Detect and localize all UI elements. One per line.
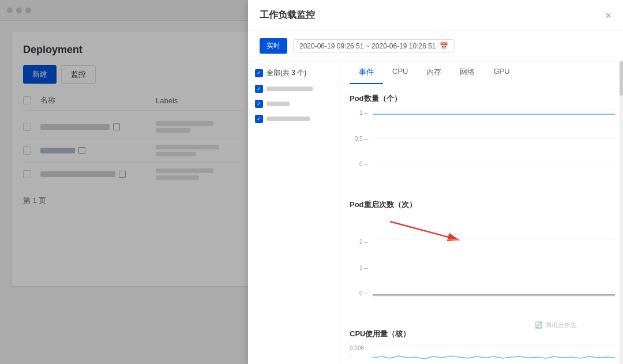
item-1-label [267,87,313,91]
y-label-0r: 0 – [359,290,367,297]
modal-title: 工作负载监控 [260,9,315,21]
gridline [373,345,615,346]
chart-tabs: 事件 CPU 内存 网络 GPU [340,61,623,84]
gridline [373,268,615,268]
watermark-text: 腾讯云原生 [545,321,577,329]
item-3-label [267,117,310,121]
y-label-0: 0 – [359,161,367,167]
cpu-usage-y-labels: 0.006 – 0.003 – [350,345,370,364]
modal-toolbar: 实时 2020-06-19 09:26:51 ~ 2020-06-19 10:2… [248,31,623,61]
watermark-icon: 🔄 [535,321,543,329]
check-item-2 [255,100,333,108]
y-label-05: 0.5 – [355,136,367,142]
modal-header: 工作负载监控 × [248,0,623,31]
pod-count-title: Pod数量（个） [350,93,615,104]
realtime-button[interactable]: 实时 [260,38,287,54]
svg-line-2 [390,222,459,240]
check-all-item: 全部(共 3 个) [255,68,333,78]
tab-cpu[interactable]: CPU [383,61,417,84]
y-label-2: 2 – [359,239,367,245]
gridline [373,239,615,239]
watermark: 🔄 腾讯云原生 [535,321,577,329]
gridline [373,167,615,167]
pod-count-y-labels: 1 – 0.5 – 0 – [350,110,370,167]
tab-network[interactable]: 网络 [451,61,484,84]
modal-sidebar: 全部(共 3 个) [248,61,340,364]
tab-events[interactable]: 事件 [350,61,383,84]
pod-restart-y-labels: 2 – 1 – 0 – [350,239,370,297]
tab-gpu[interactable]: GPU [484,61,519,84]
date-range-picker[interactable]: 2020-06-19 09:26:51 ~ 2020-06-19 10:26:5… [293,39,455,53]
date-range-text: 2020-06-19 09:26:51 ~ 2020-06-19 10:26:5… [299,42,436,50]
pod-restart-area: 2 – 1 – 0 – [350,239,615,308]
y-label-1r: 1 – [359,265,367,271]
scrollbar-track[interactable] [620,61,623,364]
check-item-1 [255,85,333,93]
item-1-checkbox[interactable] [255,85,263,93]
gridline [373,138,615,139]
calendar-icon: 📅 [440,42,448,50]
all-label: 全部(共 3 个) [267,68,306,78]
modal-body: 全部(共 3 个) 事件 [248,61,623,364]
close-button[interactable]: × [605,10,611,21]
charts-content: Pod数量（个） 1 – 0.5 – 0 – [340,84,623,364]
gridline [373,110,615,110]
all-checkbox[interactable] [255,69,263,77]
charts-area: 事件 CPU 内存 网络 GPU Pod数量（个） [340,61,623,364]
modal-overlay: 工作负载监控 × 实时 2020-06-19 09:26:51 ~ 2020-0… [0,0,623,364]
pod-restart-canvas [373,239,615,297]
cpu-wavy-svg [373,345,615,364]
pod-restart-title: Pod重启次数（次） [350,200,615,210]
cpu-usage-area: 0.006 – 0.003 – [350,345,615,364]
item-3-checkbox[interactable] [255,115,263,123]
monitor-modal: 工作负载监控 × 实时 2020-06-19 09:26:51 ~ 2020-0… [248,0,623,364]
check-item-3 [255,115,333,123]
y-label-0006: 0.006 – [350,345,367,358]
cpu-usage-canvas [373,345,615,364]
y-label-1: 1 – [359,110,367,116]
item-2-checkbox[interactable] [255,100,263,108]
pod-count-chart: Pod数量（个） 1 – 0.5 – 0 – [350,84,615,179]
gridline-bottom [373,295,615,296]
scrollbar-thumb[interactable] [620,61,623,96]
cpu-usage-title: CPU使用量（核） [350,329,615,339]
item-2-label [267,102,290,106]
pod-restart-chart: Pod重启次数（次） [350,190,615,308]
pod-count-area: 1 – 0.5 – 0 – [350,110,615,179]
tab-memory[interactable]: 内存 [417,61,451,84]
pod-count-canvas [373,110,615,167]
